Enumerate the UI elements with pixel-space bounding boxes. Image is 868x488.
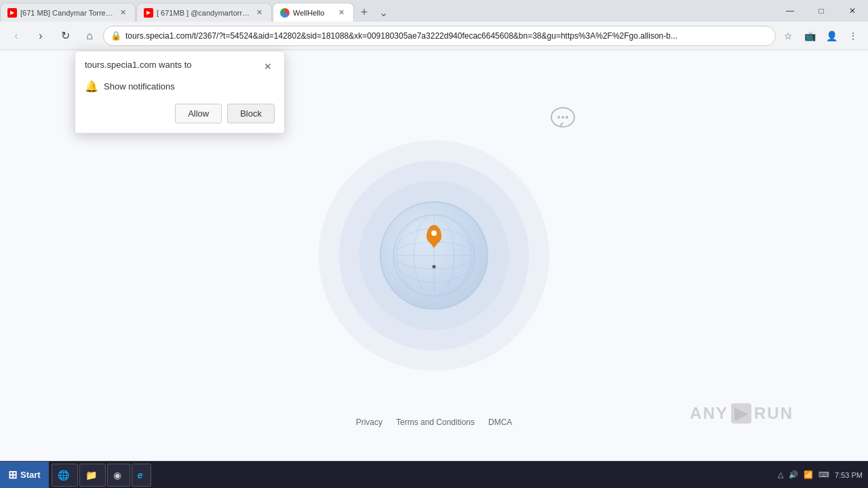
popup-title: tours.specia1.com wants to	[85, 60, 192, 70]
anyrun-watermark: ANY ▶ RUN	[690, 403, 793, 424]
profile-button[interactable]: 👤	[822, 26, 841, 45]
privacy-link[interactable]: Privacy	[356, 418, 382, 427]
maximize-button[interactable]: □	[806, 0, 837, 22]
title-bar: ▶ [671 MB] Candymar Torres @candy... ✕ ▶…	[0, 0, 868, 22]
map-pin	[427, 225, 441, 244]
edge-icon: e	[138, 470, 143, 481]
home-button[interactable]: ⌂	[79, 25, 100, 47]
taskbar-notification-icon: △	[778, 470, 783, 479]
tab-2[interactable]: ▶ [ 671MB ] @candymartorres videos... ✕	[136, 3, 272, 22]
bookmark-button[interactable]: ☆	[778, 26, 797, 45]
chat-icon-area[interactable]	[549, 104, 576, 134]
start-button[interactable]: ⊞ Start	[0, 462, 49, 488]
taskbar: ⊞ Start 🌐 📁 ◉ e △ 🔊 📶 ⌨ 7:53 PM	[0, 461, 868, 488]
svg-point-10	[566, 116, 568, 119]
close-button[interactable]: ✕	[837, 0, 868, 22]
pin-hole	[431, 230, 437, 236]
tab-3-favicon	[280, 8, 290, 18]
refresh-button[interactable]: ↻	[54, 25, 76, 47]
svg-point-9	[561, 116, 564, 119]
taskbar-ie[interactable]: 🌐	[52, 464, 78, 487]
cast-button[interactable]: 📺	[800, 26, 819, 45]
bell-icon: 🔔	[85, 80, 98, 93]
forward-button[interactable]: ›	[30, 25, 52, 47]
globe-favicon	[280, 8, 290, 18]
menu-button[interactable]: ⋮	[844, 26, 863, 45]
tab-2-close[interactable]: ✕	[254, 7, 264, 18]
taskbar-keyboard-icon: ⌨	[818, 470, 829, 479]
anyrun-text-before: ANY	[690, 404, 728, 423]
map-dot	[433, 265, 436, 268]
tab-2-favicon: ▶	[144, 8, 153, 18]
browser-window: ▶ [671 MB] Candymar Torres @candy... ✕ ▶…	[0, 0, 868, 461]
taskbar-right: △ 🔊 📶 ⌨ 7:53 PM	[772, 470, 868, 479]
map-container	[380, 201, 488, 310]
lock-icon: 🔒	[111, 30, 121, 41]
popup-header: tours.specia1.com wants to ✕	[85, 60, 275, 73]
taskbar-volume-icon[interactable]: 🔊	[789, 470, 798, 479]
tab-overflow-button[interactable]: ⌄	[374, 3, 393, 22]
map-globe	[380, 201, 488, 310]
tab-1[interactable]: ▶ [671 MB] Candymar Torres @candy... ✕	[0, 3, 136, 22]
tab-3[interactable]: WellHello ✕	[273, 3, 354, 22]
tab-1-favicon: ▶	[7, 8, 17, 18]
address-input-wrapper[interactable]: 🔒 tours.specia1.com/t/2367/?t=54524&aid=…	[103, 26, 776, 46]
notification-popup: tours.specia1.com wants to ✕ 🔔 Show noti…	[75, 51, 285, 134]
dmca-link[interactable]: DMCA	[488, 418, 512, 427]
address-actions: ☆ 📺 👤 ⋮	[778, 26, 863, 45]
tabs-area: ▶ [671 MB] Candymar Torres @candy... ✕ ▶…	[0, 0, 774, 22]
address-text: tours.specia1.com/t/2367/?t=54524&aid=14…	[125, 31, 768, 41]
tab-1-close[interactable]: ✕	[117, 7, 128, 18]
taskbar-items: 🌐 📁 ◉ e	[49, 464, 772, 487]
explorer-icon: 📁	[85, 470, 97, 481]
ie-icon: 🌐	[58, 470, 69, 481]
chrome-icon: ◉	[113, 470, 121, 481]
anyrun-play-icon: ▶	[731, 403, 751, 424]
chat-icon	[549, 104, 576, 131]
window-controls: — □ ✕	[774, 0, 868, 22]
back-button[interactable]: ‹	[5, 25, 27, 47]
youtube-favicon-1: ▶	[7, 8, 17, 18]
address-bar: ‹ › ↻ ⌂ 🔒 tours.specia1.com/t/2367/?t=54…	[0, 22, 868, 50]
start-icon: ⊞	[8, 468, 17, 481]
tab-2-title: [ 671MB ] @candymartorres videos...	[157, 9, 251, 17]
youtube-favicon-2: ▶	[144, 8, 153, 18]
new-tab-button[interactable]: +	[355, 3, 374, 22]
taskbar-network-icon[interactable]: 📶	[804, 470, 813, 479]
popup-permission: 🔔 Show notifications	[85, 80, 275, 93]
tab-3-close[interactable]: ✕	[336, 7, 347, 18]
svg-point-8	[557, 116, 560, 119]
taskbar-explorer[interactable]: 📁	[79, 464, 106, 487]
start-label: Start	[20, 470, 41, 480]
minimize-button[interactable]: —	[774, 0, 806, 22]
tab-1-title: [671 MB] Candymar Torres @candy...	[20, 9, 115, 17]
tab-3-title: WellHello	[293, 9, 333, 17]
taskbar-time: 7:53 PM	[835, 471, 863, 479]
block-button[interactable]: Block	[227, 104, 275, 123]
permission-label: Show notifications	[104, 81, 175, 92]
pin-body	[427, 225, 441, 244]
taskbar-chrome[interactable]: ◉	[107, 464, 130, 487]
popup-close-button[interactable]: ✕	[261, 60, 275, 73]
page-footer: Privacy Terms and Conditions DMCA	[356, 418, 513, 427]
popup-actions: Allow Block	[85, 104, 275, 123]
terms-link[interactable]: Terms and Conditions	[396, 418, 475, 427]
taskbar-edge[interactable]: e	[132, 464, 152, 487]
anyrun-text-after: RUN	[754, 404, 793, 423]
allow-button[interactable]: Allow	[175, 104, 222, 123]
